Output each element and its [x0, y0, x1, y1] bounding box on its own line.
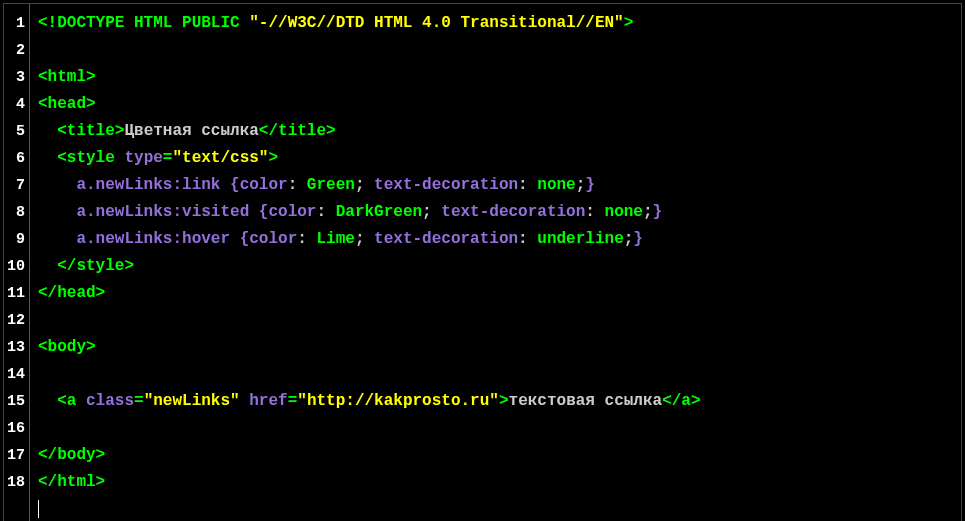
token-text: ; — [643, 203, 653, 221]
code-line[interactable] — [38, 307, 953, 334]
token-text: текстовая ссылка — [509, 392, 663, 410]
line-number: 14 — [6, 361, 25, 388]
token-text: ; — [422, 203, 441, 221]
code-line[interactable]: <body> — [38, 334, 953, 361]
token-tag: <body> — [38, 338, 96, 356]
token-tag: </html> — [38, 473, 105, 491]
line-number: 3 — [6, 64, 25, 91]
code-line[interactable]: </html> — [38, 469, 953, 496]
token-text: : — [288, 176, 307, 194]
token-attr: a.newLinks:hover — [76, 230, 239, 248]
code-editor[interactable]: 123456789101112131415161718 <!DOCTYPE HT… — [3, 3, 962, 521]
token-text: : — [585, 203, 604, 221]
token-tag — [240, 392, 250, 410]
line-number: 1 — [6, 10, 25, 37]
token-text: Цветная ссылка — [124, 122, 258, 140]
token-text — [38, 392, 57, 410]
token-tag: <html> — [38, 68, 96, 86]
token-text: ; — [355, 230, 374, 248]
code-line[interactable]: <head> — [38, 91, 953, 118]
line-number: 6 — [6, 145, 25, 172]
line-number: 10 — [6, 253, 25, 280]
token-text: : — [518, 176, 537, 194]
token-tag: > — [268, 149, 278, 167]
code-line[interactable]: <a class="newLinks" href="http://kakpros… — [38, 388, 953, 415]
token-tag: = — [288, 392, 298, 410]
code-line[interactable] — [38, 361, 953, 388]
token-tag: <style — [57, 149, 124, 167]
token-val: underline — [537, 230, 623, 248]
code-line[interactable] — [38, 415, 953, 442]
line-number: 15 — [6, 388, 25, 415]
token-tag: <a — [57, 392, 86, 410]
token-text: ; — [576, 176, 586, 194]
token-string: "-//W3C//DTD HTML 4.0 Transitional//EN" — [249, 14, 623, 32]
token-attr: type — [124, 149, 162, 167]
token-string: "newLinks" — [144, 392, 240, 410]
token-tag: </title> — [259, 122, 336, 140]
code-line[interactable]: <style type="text/css"> — [38, 145, 953, 172]
line-number: 13 — [6, 334, 25, 361]
token-val: none — [537, 176, 575, 194]
line-number: 18 — [6, 469, 25, 496]
token-prop: color — [249, 230, 297, 248]
token-tag: </body> — [38, 446, 105, 464]
code-line[interactable]: <title>Цветная ссылка</title> — [38, 118, 953, 145]
line-number: 7 — [6, 172, 25, 199]
line-number: 5 — [6, 118, 25, 145]
token-text: ; — [624, 230, 634, 248]
code-line[interactable]: a.newLinks:hover {color: Lime; text-deco… — [38, 226, 953, 253]
token-text: : — [316, 203, 335, 221]
token-text — [38, 203, 76, 221]
token-brace: } — [633, 230, 643, 248]
token-val: Green — [307, 176, 355, 194]
token-text — [38, 122, 57, 140]
token-text — [38, 176, 76, 194]
code-line[interactable]: </body> — [38, 442, 953, 469]
token-text: : — [518, 230, 537, 248]
token-tag: </head> — [38, 284, 105, 302]
line-number: 2 — [6, 37, 25, 64]
token-prop: text-decoration — [374, 176, 518, 194]
token-text — [38, 230, 76, 248]
token-tag: <head> — [38, 95, 96, 113]
line-number: 16 — [6, 415, 25, 442]
code-line[interactable]: a.newLinks:link {color: Green; text-deco… — [38, 172, 953, 199]
token-attr: a.newLinks:visited — [76, 203, 258, 221]
code-line[interactable]: </head> — [38, 280, 953, 307]
line-number: 11 — [6, 280, 25, 307]
token-tag: > — [624, 14, 634, 32]
token-text: : — [297, 230, 316, 248]
code-line[interactable]: </style> — [38, 253, 953, 280]
token-prop: color — [240, 176, 288, 194]
token-tag: = — [134, 392, 144, 410]
token-tag: > — [499, 392, 509, 410]
token-tag: = — [163, 149, 173, 167]
token-attr: class — [86, 392, 134, 410]
token-brace: } — [585, 176, 595, 194]
token-text: ; — [355, 176, 374, 194]
code-line[interactable]: a.newLinks:visited {color: DarkGreen; te… — [38, 199, 953, 226]
token-val: none — [605, 203, 643, 221]
token-tag: <title> — [57, 122, 124, 140]
token-brace: { — [230, 176, 240, 194]
line-number: 12 — [6, 307, 25, 334]
token-brace: } — [653, 203, 663, 221]
code-area[interactable]: <!DOCTYPE HTML PUBLIC "-//W3C//DTD HTML … — [30, 4, 961, 521]
line-number-gutter: 123456789101112131415161718 — [4, 4, 30, 521]
token-attr: href — [249, 392, 287, 410]
code-line[interactable]: <!DOCTYPE HTML PUBLIC "-//W3C//DTD HTML … — [38, 10, 953, 37]
line-number: 8 — [6, 199, 25, 226]
token-prop: color — [268, 203, 316, 221]
token-val: Lime — [316, 230, 354, 248]
code-line[interactable] — [38, 37, 953, 64]
token-tag: <!DOCTYPE HTML PUBLIC — [38, 14, 249, 32]
code-line[interactable]: <html> — [38, 64, 953, 91]
text-cursor — [38, 500, 39, 518]
cursor-line[interactable] — [38, 496, 953, 521]
token-attr: a.newLinks:link — [76, 176, 230, 194]
token-tag: </a> — [662, 392, 700, 410]
token-brace: { — [240, 230, 250, 248]
token-brace: { — [259, 203, 269, 221]
token-text — [38, 257, 57, 275]
